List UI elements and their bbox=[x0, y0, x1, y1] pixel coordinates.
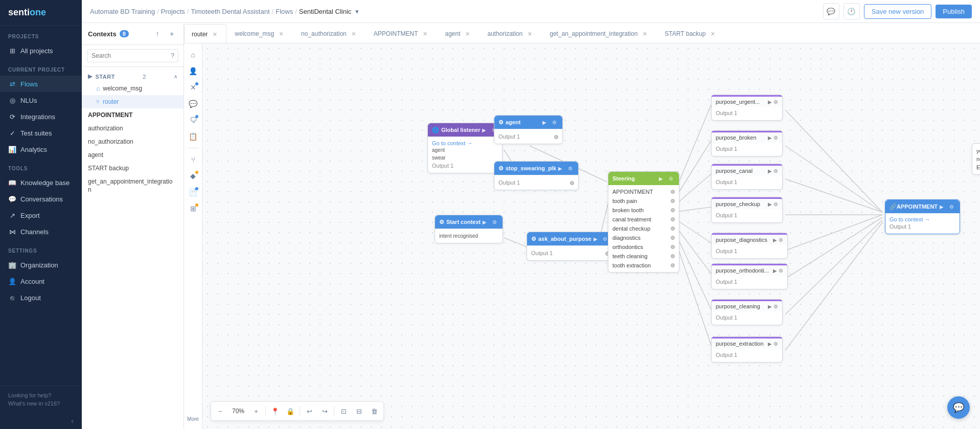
canvas-lock-button[interactable]: 🔒 bbox=[283, 404, 298, 418]
start-expand-icon[interactable]: ▶ bbox=[88, 73, 93, 80]
sidebar-item-integrations[interactable]: ⟳ Integrations bbox=[0, 108, 82, 125]
steering-item-tooth-extraction[interactable]: tooth extraction bbox=[608, 261, 679, 270]
purpose-canal-play[interactable]: ▶ bbox=[768, 168, 772, 174]
purpose-canal-settings[interactable]: ⚙ bbox=[773, 168, 778, 174]
tab-agent[interactable]: agent × bbox=[437, 24, 479, 43]
tool-doc-button[interactable]: 📄 bbox=[186, 185, 200, 199]
search-input[interactable] bbox=[87, 49, 178, 62]
node-play-button-agent[interactable]: ▶ bbox=[540, 118, 549, 126]
flow-item-agent[interactable]: agent bbox=[82, 148, 184, 162]
upload-icon-button[interactable]: ↑ bbox=[152, 28, 163, 39]
node-settings-button-agent[interactable]: ⚙ bbox=[550, 118, 558, 126]
tool-chat2-button[interactable]: 🗨 bbox=[186, 113, 200, 127]
node-start-context[interactable]: ⚙ Start context ▶ ⚙ intent recognised bbox=[435, 215, 503, 243]
tool-person-button[interactable]: 👤 bbox=[186, 64, 200, 78]
sidebar-item-flows[interactable]: ⇄ Flows bbox=[0, 76, 82, 92]
steering-item-tooth-pain[interactable]: tooth pain bbox=[608, 196, 679, 206]
node-agent[interactable]: ⚙ agent ▶ ⚙ Output 1 bbox=[494, 115, 563, 144]
canvas[interactable]: 🌐 Global listener ▶ ⚙ Go to context → bbox=[202, 43, 980, 429]
purpose-broken-play[interactable]: ▶ bbox=[768, 135, 772, 141]
tab-close-start-backup[interactable]: × bbox=[709, 30, 717, 38]
flow-item-authorization[interactable]: authorization bbox=[82, 122, 184, 135]
chat-bubble-button[interactable]: 💬 bbox=[947, 396, 970, 419]
node-purpose-orthodonti[interactable]: purpose_orthodonti... ▶ ⚙ Output 1 bbox=[711, 263, 788, 289]
flow-section-toggle[interactable]: ∧ bbox=[174, 74, 177, 79]
node-purpose-urgent[interactable]: purpose_urgent... ▶ ⚙ Output 1 bbox=[711, 95, 783, 121]
node-purpose-checkup[interactable]: purpose_checkup ▶ ⚙ Output 1 bbox=[711, 197, 783, 223]
purpose-orthodonti-settings[interactable]: ⚙ bbox=[779, 268, 783, 274]
node-play-button-start-ctx[interactable]: ▶ bbox=[481, 218, 489, 226]
save-new-version-button[interactable]: Save new version bbox=[864, 4, 932, 19]
canvas-select-button[interactable]: ⊟ bbox=[352, 404, 366, 418]
tab-close-appointment[interactable]: × bbox=[421, 30, 429, 38]
purpose-cleaning-settings[interactable]: ⚙ bbox=[773, 304, 778, 309]
breadcrumb-flows[interactable]: Flows bbox=[276, 8, 293, 15]
flow-item-start-backup[interactable]: START backup bbox=[82, 162, 184, 175]
breadcrumb-projects[interactable]: Projects bbox=[161, 8, 185, 15]
purpose-orthodonti-play[interactable]: ▶ bbox=[773, 268, 777, 274]
history-icon-button[interactable]: 🕐 bbox=[844, 3, 860, 19]
node-purpose-broken[interactable]: purpose_broken ▶ ⚙ Output 1 bbox=[711, 130, 783, 156]
purpose-checkup-settings[interactable]: ⚙ bbox=[773, 201, 778, 207]
tab-authorization[interactable]: authorization × bbox=[480, 24, 542, 43]
tab-close-router[interactable]: × bbox=[211, 30, 219, 38]
node-purpose-diagnostics[interactable]: purpose_diagnostics ▶ ⚙ Output 1 bbox=[711, 233, 788, 259]
node-play-button-stop[interactable]: ▶ bbox=[556, 164, 564, 172]
node-play-button-ask[interactable]: ▶ bbox=[591, 235, 600, 243]
canvas-layout-button[interactable]: ⊡ bbox=[336, 404, 351, 418]
tool-x-circle-button[interactable]: ✕ bbox=[186, 80, 200, 95]
purpose-cleaning-play[interactable]: ▶ bbox=[768, 304, 772, 309]
node-settings-button-start-ctx[interactable]: ⚙ bbox=[490, 218, 498, 226]
steering-item-canal-treatment[interactable]: canal treatment bbox=[608, 215, 679, 224]
sidebar-item-channels[interactable]: ⋈ Channels bbox=[0, 223, 82, 240]
purpose-broken-settings[interactable]: ⚙ bbox=[773, 135, 778, 141]
flow-item-appointment[interactable]: APPOINTMENT bbox=[82, 108, 184, 122]
tab-start-backup[interactable]: START backup × bbox=[657, 24, 724, 43]
node-play-button-steering[interactable]: ▶ bbox=[657, 174, 665, 183]
canvas-undo-button[interactable]: ↩ bbox=[302, 404, 316, 418]
node-steering[interactable]: Steering ▶ ⚙ APPOINTMENT tooth pain brok… bbox=[608, 171, 679, 273]
node-stop-swearing[interactable]: ⚙ stop_swearing_plk ▶ ⚙ Output 1 bbox=[494, 161, 579, 190]
node-purpose-canal[interactable]: purpose_canal ▶ ⚙ Output 1 bbox=[711, 164, 783, 190]
tab-appointment[interactable]: APPOINTMENT × bbox=[366, 24, 437, 43]
tool-chat-button[interactable]: 💬 bbox=[186, 97, 200, 111]
publish-button[interactable]: Publish bbox=[936, 5, 972, 18]
purpose-extraction-play[interactable]: ▶ bbox=[768, 341, 772, 347]
tab-close-no-authorization[interactable]: × bbox=[350, 30, 358, 38]
tab-close-authorization[interactable]: × bbox=[526, 30, 534, 38]
sidebar-item-analytics[interactable]: 📊 Analytics bbox=[0, 141, 82, 157]
purpose-urgent-settings[interactable]: ⚙ bbox=[773, 99, 778, 105]
steering-item-appointment[interactable]: APPOINTMENT bbox=[608, 187, 679, 196]
tab-no-authorization[interactable]: no_authorization × bbox=[293, 24, 366, 43]
node-settings-button-stop[interactable]: ⚙ bbox=[566, 164, 574, 172]
tool-diamond-button[interactable]: ◆ bbox=[186, 169, 200, 183]
purpose-checkup-play[interactable]: ▶ bbox=[768, 201, 772, 207]
sidebar-item-logout[interactable]: ⎋ Logout bbox=[0, 289, 82, 306]
tab-close-get-appointment-integration[interactable]: × bbox=[641, 30, 649, 38]
sidebar-item-conversations[interactable]: 💬 Conversations bbox=[0, 191, 82, 207]
node-appointment-ref[interactable]: 🔗 APPOINTMENT ▶ ⚙ Go to context → Output… bbox=[885, 199, 960, 234]
whats-new-link[interactable]: What's new in v216? bbox=[8, 400, 74, 407]
tool-apps-button[interactable]: ⊞ bbox=[186, 201, 200, 216]
flow-item-get-appointment-integration[interactable]: get_an_appointment_integratio n bbox=[82, 175, 184, 197]
tool-more-button[interactable]: More bbox=[187, 413, 199, 425]
canvas-delete-button[interactable]: 🗑 bbox=[367, 404, 381, 418]
chat-icon-button[interactable]: 💬 bbox=[823, 3, 839, 19]
go-to-context-link[interactable]: Go to context → bbox=[432, 140, 498, 146]
sidebar-item-knowledge-base[interactable]: 📖 Knowledge base bbox=[0, 174, 82, 191]
tab-close-welcome-msg[interactable]: × bbox=[277, 30, 285, 38]
node-global-listener[interactable]: 🌐 Global listener ▶ ⚙ Go to context → bbox=[427, 123, 503, 173]
flow-item-welcome-msg[interactable]: ⌂ welcome_msg bbox=[82, 82, 184, 95]
node-settings-button-steering[interactable]: ⚙ bbox=[667, 174, 675, 183]
sidebar-collapse-button[interactable]: ‹ bbox=[71, 417, 74, 425]
steering-item-teeth-cleaning[interactable]: teeth cleaning bbox=[608, 252, 679, 261]
node-play-button[interactable]: ▶ bbox=[480, 126, 488, 134]
purpose-diagnostics-play[interactable]: ▶ bbox=[773, 237, 777, 243]
purpose-diagnostics-settings[interactable]: ⚙ bbox=[779, 237, 783, 243]
breadcrumb-dental-assistant[interactable]: Timoteeth Dental Assistant bbox=[191, 8, 269, 15]
canvas-zoom-in-button[interactable]: + bbox=[249, 404, 263, 418]
sidebar-item-test-suites[interactable]: ✓ Test suites bbox=[0, 125, 82, 141]
appointment-ref-settings[interactable]: ⚙ bbox=[947, 202, 955, 211]
sidebar-item-nlus[interactable]: ◎ NLUs bbox=[0, 92, 82, 108]
node-purpose-extraction[interactable]: purpose_extraction ▶ ⚙ Output 1 bbox=[711, 336, 783, 363]
